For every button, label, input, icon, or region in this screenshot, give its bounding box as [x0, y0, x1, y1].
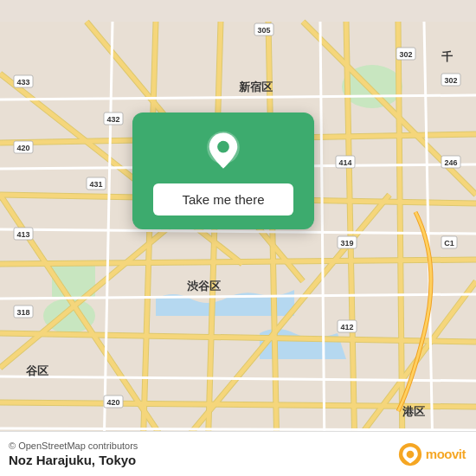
svg-text:319: 319	[340, 239, 353, 248]
map-background: 305 302 302 433 420 432 431 414 246 413 …	[0, 0, 476, 476]
bottom-bar: © OpenStreetMap contributors Noz Harajuk…	[0, 431, 476, 476]
location-pin-icon	[203, 130, 244, 171]
svg-text:港区: 港区	[402, 405, 425, 418]
svg-text:420: 420	[16, 144, 29, 152]
svg-text:431: 431	[89, 180, 102, 189]
svg-text:432: 432	[106, 115, 119, 124]
svg-text:420: 420	[106, 398, 119, 407]
svg-text:413: 413	[16, 230, 29, 239]
map-attribution: © OpenStreetMap contributors	[9, 441, 138, 451]
svg-text:318: 318	[16, 308, 29, 317]
svg-text:新宿区: 新宿区	[239, 80, 273, 93]
place-name: Noz Harajuku, Tokyo	[9, 453, 138, 467]
svg-text:414: 414	[338, 158, 351, 167]
svg-text:C1: C1	[444, 239, 454, 248]
bottom-left-info: © OpenStreetMap contributors Noz Harajuk…	[9, 441, 138, 467]
svg-text:433: 433	[16, 78, 29, 87]
svg-text:千: 千	[441, 50, 453, 63]
svg-text:302: 302	[444, 76, 457, 85]
svg-line-46	[0, 428, 476, 430]
location-card: Take me there	[132, 113, 314, 229]
map-container: 305 302 302 433 420 432 431 414 246 413 …	[0, 0, 476, 476]
svg-text:246: 246	[444, 158, 457, 167]
svg-text:渋谷区: 渋谷区	[187, 280, 221, 293]
svg-text:305: 305	[257, 26, 270, 35]
svg-point-83	[217, 141, 229, 153]
svg-text:302: 302	[399, 50, 412, 59]
moovit-logo: moovit	[398, 442, 466, 466]
take-me-there-button[interactable]: Take me there	[153, 183, 293, 215]
moovit-brand-text: moovit	[426, 447, 466, 461]
svg-point-85	[406, 450, 414, 458]
svg-text:412: 412	[340, 323, 353, 331]
svg-text:谷区: 谷区	[25, 364, 48, 377]
moovit-brand-icon	[398, 442, 422, 466]
